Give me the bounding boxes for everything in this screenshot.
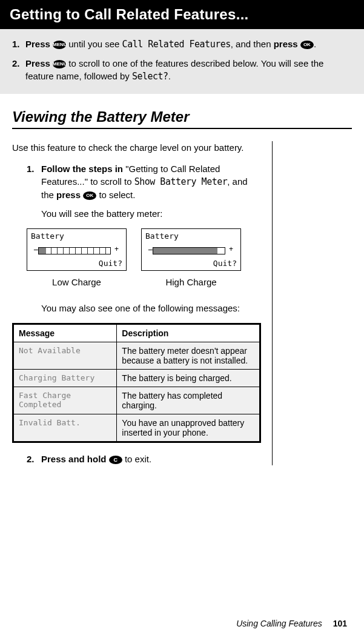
table-row: Charging Battery The battery is being ch… (13, 370, 260, 387)
meter-bar (38, 247, 111, 254)
table-header-row: Message Description (13, 324, 260, 342)
step2-text-c: . (168, 71, 171, 81)
s2-bold-a: Press and hold (41, 454, 109, 464)
step1-text-e: . (314, 39, 316, 49)
content-column: Use this feature to check the charge lev… (12, 141, 273, 465)
step1-press: Press (25, 39, 53, 49)
c-button-icon: C (109, 456, 122, 464)
step1-press2: press (274, 39, 300, 49)
step-number: 2. (12, 57, 20, 70)
table-row: Not Available The battery meter doesn't … (13, 342, 260, 370)
s2-text-b: to exit. (125, 454, 151, 464)
intro-step-1: 1. Press MENU until you see Call Related… (12, 38, 352, 51)
minus-icon: − (148, 245, 153, 254)
battery-meter-high: Battery − + Quit? (141, 228, 241, 271)
meter-quit: Quit? (213, 259, 237, 268)
menu-button-icon: MENU (53, 41, 66, 49)
page-footer: Using Calling Features 101 (236, 619, 347, 628)
plus-icon: + (114, 245, 119, 253)
desc-cell: The battery meter doesn't appear because… (117, 342, 260, 370)
meter-label: Battery (145, 231, 179, 241)
s1-text-e: to select. (96, 190, 135, 200)
intro-paragraph: Use this feature to check the charge lev… (12, 141, 261, 154)
desc-cell: The battery is being charged. (117, 370, 260, 387)
step-number: 2. (27, 453, 35, 465)
msg-cell: Fast Charge Completed (13, 387, 117, 414)
battery-meters-row: Battery − + Quit? Battery − + Quit? (12, 228, 261, 271)
msg-cell: Invalid Batt. (13, 414, 117, 442)
section-title: Viewing the Battery Meter (12, 108, 352, 129)
page-header: Getting to Call Related Features... (0, 0, 364, 29)
col-message: Message (13, 324, 117, 342)
section-step-1: 1. Follow the steps in "Getting to Call … (27, 162, 261, 220)
messages-intro: You may also see one of the following me… (12, 302, 261, 314)
meter-bar (153, 247, 225, 254)
low-charge-caption: Low Charge (27, 277, 127, 287)
ok-button-icon: OK (83, 191, 96, 200)
meter-fill-low (39, 248, 46, 254)
s1-subtext: You will see the battery meter: (41, 207, 261, 220)
step1-text-b: until you see (68, 39, 122, 49)
step-number: 1. (12, 38, 20, 50)
intro-steps-box: 1. Press MENU until you see Call Related… (0, 29, 364, 94)
step1-text-c: , and then (231, 39, 274, 49)
footer-section: Using Calling Features (236, 619, 322, 628)
step-number: 1. (27, 162, 35, 175)
step2-press: Press (25, 58, 53, 68)
plus-icon: + (229, 245, 233, 253)
meter-ticks (39, 248, 110, 254)
msg-cell: Not Available (13, 342, 117, 370)
meter-captions-row: Low Charge High Charge (12, 277, 261, 287)
battery-meter-low: Battery − + Quit? (27, 228, 127, 271)
s1-bold-a: Follow the steps in (41, 164, 125, 174)
s1-bold-d: press (56, 190, 83, 200)
step1-menu-text: Call Related Features (122, 39, 231, 50)
messages-table: Message Description Not Available The ba… (12, 323, 261, 443)
col-description: Description (117, 324, 260, 342)
section-step-2: 2. Press and hold C to exit. (27, 453, 261, 465)
desc-cell: You have an unapproved battery inserted … (117, 414, 260, 442)
intro-step-2: 2. Press MENU to scroll to one of the fe… (12, 57, 352, 83)
meter-fill-high (153, 248, 217, 254)
menu-button-icon: MENU (53, 60, 66, 68)
step2-select-text: Select? (132, 71, 168, 82)
msg-cell: Charging Battery (13, 370, 117, 387)
meter-quit: Quit? (99, 259, 122, 268)
desc-cell: The battery has completed charging. (117, 387, 260, 414)
s1-menu-text: Show Battery Meter (134, 176, 228, 187)
ok-button-icon: OK (300, 41, 314, 49)
table-row: Invalid Batt. You have an unapproved bat… (13, 414, 260, 442)
high-charge-caption: High Charge (141, 277, 241, 287)
table-row: Fast Charge Completed The battery has co… (13, 387, 260, 414)
step2-text-b: to scroll to one of the features describ… (25, 58, 323, 81)
meter-label: Battery (31, 231, 64, 241)
minus-icon: − (33, 245, 38, 254)
page-number: 101 (333, 619, 347, 628)
